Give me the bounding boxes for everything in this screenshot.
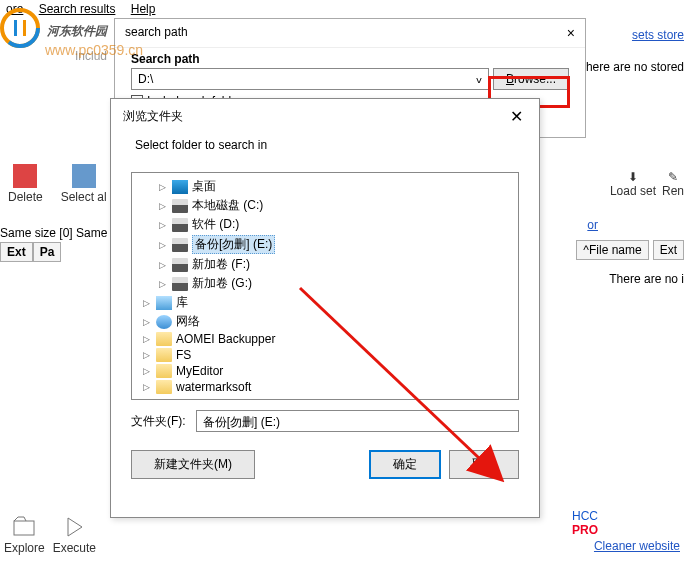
drive-icon: [172, 238, 188, 252]
rename-button[interactable]: ✎Ren: [662, 170, 684, 198]
main-toolbar: Delete Select al: [0, 160, 115, 208]
tree-item-label: FS: [176, 348, 191, 362]
ok-button[interactable]: 确定: [369, 450, 441, 479]
expand-icon[interactable]: ▷: [156, 201, 168, 211]
tree-item-label: 桌面: [192, 178, 216, 195]
expand-icon[interactable]: ▷: [140, 298, 152, 308]
lib-icon: [156, 296, 172, 310]
expand-icon[interactable]: ▷: [156, 240, 168, 250]
load-set-button[interactable]: ⬇Load set: [610, 170, 656, 198]
close-icon[interactable]: ✕: [506, 107, 527, 126]
cancel-button[interactable]: 取消: [449, 450, 519, 479]
tree-item-label: 库: [176, 294, 188, 311]
drive-icon: [172, 277, 188, 291]
column-header[interactable]: Pa: [33, 242, 62, 262]
net-icon: [156, 315, 172, 329]
folder-tree[interactable]: ▷桌面▷本地磁盘 (C:)▷软件 (D:)▷备份[勿删] (E:)▷新加卷 (F…: [131, 172, 519, 400]
execute-button[interactable]: Execute: [53, 515, 96, 555]
same-size-label: Same size [0] Same: [0, 226, 107, 240]
bottom-toolbar: Explore Execute: [4, 515, 96, 555]
browse-button[interactable]: Browse...: [493, 68, 569, 90]
sets-store-link[interactable]: sets store: [632, 28, 684, 42]
svg-rect-4: [14, 521, 34, 535]
tree-item-label: watermarksoft: [176, 380, 251, 394]
tree-item-label: AOMEI Backupper: [176, 332, 275, 346]
left-columns: Ext Pa: [0, 242, 61, 262]
delete-button[interactable]: Delete: [0, 160, 51, 208]
expand-icon[interactable]: ▷: [156, 182, 168, 192]
tree-item-label: 本地磁盘 (C:): [192, 197, 263, 214]
dialog-instruction: Select folder to search in: [111, 134, 539, 164]
folder-icon: [156, 364, 172, 378]
expand-icon[interactable]: ▷: [140, 382, 152, 392]
search-path-label: Search path: [131, 52, 569, 66]
tree-item[interactable]: ▷新加卷 (G:): [132, 274, 518, 293]
cleaner-website-link[interactable]: Cleaner website: [594, 539, 680, 553]
column-header[interactable]: Ext: [653, 240, 684, 260]
no-items-text: There are no i: [609, 272, 684, 286]
tree-item-label: 新加卷 (F:): [192, 256, 250, 273]
drive-icon: [172, 218, 188, 232]
no-stored-text: There are no stored: [579, 60, 684, 74]
tree-item[interactable]: ▷watermarksoft: [132, 379, 518, 395]
expand-icon[interactable]: ▷: [140, 334, 152, 344]
close-icon[interactable]: ×: [567, 25, 575, 41]
tree-item[interactable]: ▷备份[勿删] (E:): [132, 234, 518, 255]
expand-icon[interactable]: ▷: [140, 350, 152, 360]
or-link[interactable]: or: [587, 218, 598, 232]
explore-button[interactable]: Explore: [4, 515, 45, 555]
right-toolbar: ⬇Load set ✎Ren: [610, 170, 684, 198]
tree-item[interactable]: ▷软件 (D:): [132, 215, 518, 234]
tree-item[interactable]: ▷桌面: [132, 177, 518, 196]
expand-icon[interactable]: ▷: [156, 220, 168, 230]
chevron-down-icon[interactable]: ⅴ: [476, 74, 482, 85]
tree-item-label: 备份[勿删] (E:): [192, 235, 275, 254]
tree-item-label: 新加卷 (G:): [192, 275, 252, 292]
tree-item[interactable]: ▷MyEditor: [132, 363, 518, 379]
column-header[interactable]: Ext: [0, 242, 33, 262]
drive-icon: [172, 258, 188, 272]
right-columns: ^File name Ext: [576, 240, 684, 260]
tree-item[interactable]: ▷新加卷 (F:): [132, 255, 518, 274]
tree-item[interactable]: ▷网络: [132, 312, 518, 331]
tree-item[interactable]: ▷FS: [132, 347, 518, 363]
expand-icon[interactable]: ▷: [140, 366, 152, 376]
tree-item[interactable]: ▷库: [132, 293, 518, 312]
watermark-logo: 河东软件园 www.pc0359.cn: [0, 8, 143, 58]
select-all-button[interactable]: Select al: [53, 160, 115, 208]
column-header[interactable]: ^File name: [576, 240, 648, 260]
folder-icon: [156, 348, 172, 362]
dialog-title: 浏览文件夹: [123, 108, 183, 125]
folder-icon: [156, 380, 172, 394]
svg-rect-2: [14, 20, 17, 36]
folder-field-label: 文件夹(F):: [131, 413, 186, 430]
drive-icon: [172, 199, 188, 213]
tree-item-label: 网络: [176, 313, 200, 330]
expand-icon[interactable]: ▷: [156, 260, 168, 270]
new-folder-button[interactable]: 新建文件夹(M): [131, 450, 255, 479]
tree-item[interactable]: ▷本地磁盘 (C:): [132, 196, 518, 215]
tree-item[interactable]: ▷AOMEI Backupper: [132, 331, 518, 347]
folder-icon: [156, 332, 172, 346]
tree-item-label: MyEditor: [176, 364, 223, 378]
svg-rect-3: [23, 20, 26, 36]
search-path-input[interactable]: D:\ ⅴ: [131, 68, 489, 90]
expand-icon[interactable]: ▷: [140, 317, 152, 327]
tree-item-label: 软件 (D:): [192, 216, 239, 233]
folder-input[interactable]: 备份[勿删] (E:): [196, 410, 519, 432]
desktop-icon: [172, 180, 188, 194]
browse-folder-dialog: 浏览文件夹 ✕ Select folder to search in ▷桌面▷本…: [110, 98, 540, 518]
expand-icon[interactable]: ▷: [156, 279, 168, 289]
pro-badge: HCCPRO: [572, 509, 598, 537]
